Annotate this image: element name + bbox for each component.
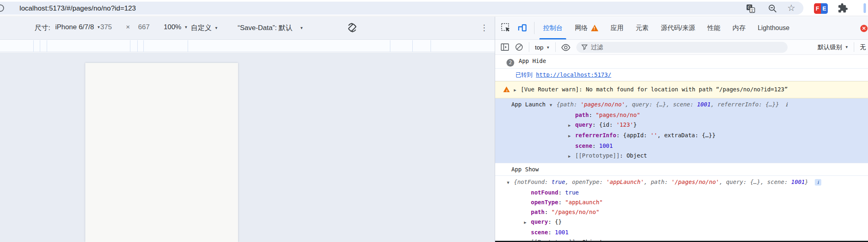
property-name: notFound bbox=[531, 189, 558, 196]
divider bbox=[854, 42, 854, 52]
console-object-line: scene: 1001 bbox=[495, 227, 868, 237]
log-level-select[interactable]: 默认级别▼ bbox=[818, 43, 849, 51]
device-toolbar-more-icon[interactable]: ⋮ bbox=[480, 22, 488, 34]
error-count-badge[interactable]: ✕ bbox=[860, 25, 868, 32]
console-object-line: scene: 1001 bbox=[495, 141, 868, 151]
property-name: scene bbox=[575, 143, 592, 149]
console-text: , query: bbox=[625, 101, 656, 108]
profile-avatar[interactable] bbox=[864, 3, 866, 13]
console-object-line: path: "/pages/no/no" bbox=[495, 207, 868, 217]
multiply-label: × bbox=[126, 23, 130, 31]
divider bbox=[529, 42, 529, 52]
toggle-device-toolbar-icon[interactable] bbox=[517, 23, 528, 33]
console-text: , query: bbox=[719, 179, 750, 185]
console-text: : bbox=[558, 199, 565, 205]
inspect-element-icon[interactable] bbox=[501, 23, 511, 33]
console-text: [[Prototype]] bbox=[575, 152, 620, 159]
disclosure-triangle[interactable]: ▼ bbox=[507, 178, 514, 188]
log-app-launch: App Launch▼{path: 'pages/no/no', query: … bbox=[495, 98, 868, 163]
number-value: 1001 bbox=[555, 229, 569, 236]
site-info-icon[interactable] bbox=[0, 4, 4, 12]
address-bar[interactable]: localhost:5173/#/pages/no/no?id=123 G文 ☆ bbox=[0, 2, 803, 15]
tab-network[interactable]: 网络 bbox=[569, 17, 604, 39]
bookmark-star-icon[interactable]: ☆ bbox=[786, 4, 796, 13]
issues-counter[interactable]: 无 bbox=[860, 43, 868, 51]
property-name: referrerInfo bbox=[575, 132, 616, 138]
browser-topbar: localhost:5173/#/pages/no/no?id=123 G文 ☆… bbox=[0, 0, 868, 16]
chevron-down-icon: ▼ bbox=[300, 26, 303, 30]
console-object-line: ▼{notFound: true, openType: 'appLaunch',… bbox=[495, 177, 868, 188]
tab-label: Lighthouse bbox=[758, 24, 789, 32]
filter-placeholder: 过滤 bbox=[591, 43, 603, 51]
disclosure-triangle[interactable]: ▶ bbox=[568, 131, 575, 141]
live-expression-eye-icon[interactable] bbox=[561, 43, 570, 52]
console-text: : {id: bbox=[592, 121, 616, 128]
string-value: "/pages/no/no" bbox=[552, 209, 600, 215]
tab-memory[interactable]: 内存 bbox=[726, 17, 751, 39]
console-text: , scene: bbox=[666, 101, 697, 108]
svg-text:文: 文 bbox=[751, 9, 754, 13]
viewport-width-input[interactable]: 375 bbox=[100, 23, 112, 31]
zoom-select[interactable]: 100%▼ bbox=[164, 23, 188, 31]
chevron-down-icon: ▼ bbox=[845, 45, 849, 49]
log-navigated: 已转到 http://localhost:5173/ bbox=[495, 69, 868, 81]
console-text: {path: bbox=[556, 101, 580, 108]
throttling-select[interactable]: 自定义▼ bbox=[191, 23, 218, 32]
log-app-hide: 2App Hide bbox=[495, 55, 868, 69]
console-object-line: ▶referrerInfo: {appId: '', extraData: {…… bbox=[495, 130, 868, 141]
warning-icon bbox=[503, 86, 510, 92]
disclosure-triangle[interactable]: ▶ bbox=[524, 218, 531, 227]
tab-console[interactable]: 控制台 bbox=[537, 17, 569, 39]
console-object-line: ▶query: {} bbox=[495, 217, 868, 227]
console-link[interactable]: http://localhost:5173/ bbox=[536, 71, 611, 78]
console-text: : {} bbox=[548, 218, 562, 225]
clear-console-icon[interactable] bbox=[515, 43, 524, 52]
console-text: } bbox=[776, 101, 779, 108]
console-object-line: notFound: true bbox=[495, 188, 868, 197]
device-viewport[interactable] bbox=[85, 63, 238, 242]
divider bbox=[555, 42, 556, 52]
tab-lighthouse[interactable]: Lighthouse bbox=[751, 17, 795, 39]
console-text: 已转到 bbox=[515, 71, 536, 78]
fe-extension-icon[interactable]: F E bbox=[814, 3, 828, 14]
tab-performance[interactable]: 性能 bbox=[701, 17, 726, 39]
disclosure-triangle[interactable]: ▶ bbox=[568, 151, 575, 161]
console-text: [Vue Router warn]: No match found for lo… bbox=[521, 86, 788, 93]
property-name: path bbox=[531, 209, 545, 215]
console-filter-input[interactable]: 过滤 bbox=[576, 42, 788, 53]
rotate-device-icon[interactable] bbox=[346, 22, 358, 34]
tab-label: 性能 bbox=[707, 24, 720, 32]
console-text: 1001 bbox=[697, 101, 711, 108]
tab-label: 应用 bbox=[610, 24, 623, 32]
device-select[interactable]: iPhone 6/7/8▼ bbox=[55, 23, 100, 31]
save-data-select[interactable]: “Save-Data”: 默认▼ bbox=[238, 23, 303, 32]
property-name: scene bbox=[531, 229, 548, 236]
disclosure-triangle[interactable]: ▶ bbox=[514, 86, 521, 95]
zoom-out-icon[interactable] bbox=[768, 4, 777, 13]
translate-icon[interactable]: G文 bbox=[746, 4, 755, 13]
console-text: , openType: bbox=[565, 179, 606, 185]
string-value: "pages/no/no" bbox=[596, 112, 641, 118]
tab-sources[interactable]: 源代码/来源 bbox=[655, 17, 701, 39]
console-text: : bbox=[558, 189, 565, 196]
log-app-show-object: ▼{notFound: true, openType: 'appLaunch',… bbox=[495, 176, 868, 242]
ruler-strip bbox=[0, 40, 495, 52]
tab-label: 元素 bbox=[636, 24, 649, 32]
boolean-value: true bbox=[565, 189, 579, 196]
url-text[interactable]: localhost:5173/#/pages/no/no?id=123 bbox=[19, 4, 136, 13]
disclosure-triangle[interactable]: ▶ bbox=[568, 121, 575, 130]
tab-elements[interactable]: 元素 bbox=[630, 17, 655, 39]
console-sidebar-icon[interactable] bbox=[500, 43, 509, 52]
chevron-down-icon: ▼ bbox=[184, 25, 188, 29]
console-text: Object bbox=[626, 152, 647, 159]
extensions-puzzle-icon[interactable] bbox=[838, 3, 848, 13]
viewport-height-input[interactable]: 667 bbox=[138, 23, 149, 31]
warning-icon bbox=[591, 25, 598, 31]
context-selector[interactable]: top▼ bbox=[535, 44, 550, 51]
console-toolbar: top▼ 过滤 默认级别▼ 无 bbox=[495, 40, 868, 55]
disclosure-triangle[interactable]: ▼ bbox=[550, 100, 556, 110]
console-text: {notFound: bbox=[514, 179, 552, 185]
console-text: {…} bbox=[750, 179, 760, 185]
console-text: 'appLaunch' bbox=[606, 179, 644, 185]
tab-application[interactable]: 应用 bbox=[604, 17, 630, 39]
